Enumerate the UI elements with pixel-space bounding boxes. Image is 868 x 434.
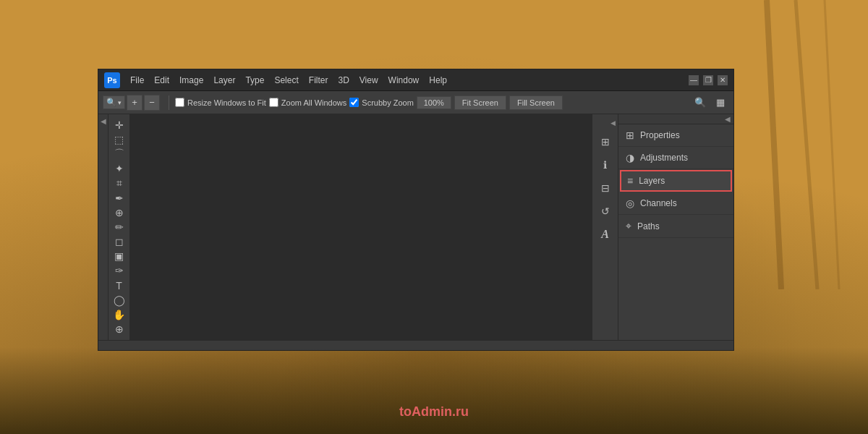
hand-tool[interactable]: ✋ [110, 308, 129, 321]
menu-file[interactable]: File [126, 73, 148, 88]
panel-item-layers[interactable]: ≡ Layers [620, 170, 732, 192]
status-bar [98, 340, 733, 350]
svg-line-2 [825, 0, 839, 289]
eyedropper-tool[interactable]: ✒ [110, 192, 129, 205]
panel-item-properties[interactable]: ⊞ Properties [618, 124, 733, 147]
options-bar-right: 🔍 ▦ [692, 94, 729, 111]
zoom-group: 🔍 ▾ + − [103, 95, 160, 111]
panel-item-paths[interactable]: ⌖ Paths [618, 215, 733, 238]
svg-line-1 [796, 0, 817, 289]
window-controls: — ❐ ✕ [689, 75, 728, 85]
scrubby-zoom-checkbox[interactable] [349, 98, 359, 107]
collapse-left-icon: ◀ [101, 117, 106, 125]
watermark: toAdmin.ru [399, 404, 469, 420]
zoom-all-windows-checkbox[interactable] [269, 98, 278, 107]
panels-column: ◀ ⊞ Properties ◑ Adjustments ≡ Layers ◎ … [618, 114, 733, 340]
zoom-canvas-tool[interactable]: ⊕ [110, 323, 129, 336]
left-panel-collapse[interactable]: ◀ [98, 114, 109, 340]
svg-line-0 [767, 0, 781, 289]
options-bar: 🔍 ▾ + − Resize Windows to Fit Zoom All W… [98, 91, 733, 114]
adjustments-panel-label: Adjustments [640, 153, 688, 163]
fit-screen-button[interactable]: Fit Screen [454, 95, 506, 110]
zoom-magnifier-icon: 🔍 [106, 98, 116, 107]
restore-button[interactable]: ❐ [703, 75, 713, 85]
menu-3d[interactable]: 3D [333, 73, 353, 88]
properties-panel-icon: ⊞ [626, 129, 634, 141]
eraser-tool[interactable]: ◻ [110, 235, 129, 248]
brush-tool[interactable]: ✏ [110, 221, 129, 234]
layout-button[interactable]: ▦ [712, 94, 729, 111]
zoom-in-button[interactable]: + [127, 95, 142, 111]
search-button[interactable]: 🔍 [692, 94, 709, 111]
zoom-out-button[interactable]: − [144, 95, 160, 111]
menu-bar: File Edit Image Layer Type Select Filter… [126, 73, 689, 88]
crop-tool[interactable]: ⌗ [110, 177, 129, 190]
properties-rail-button[interactable]: ⊞ [595, 132, 616, 152]
text-rail-button[interactable]: A [595, 224, 616, 244]
icon-rail: ◀ ⊞ ℹ ⊟ ↺ A [592, 114, 618, 340]
title-bar: Ps File Edit Image Layer Type Select Fil… [98, 69, 733, 91]
lasso-tool[interactable]: ⌒ [110, 148, 129, 161]
menu-edit[interactable]: Edit [150, 73, 174, 88]
text-tool[interactable]: T [110, 279, 129, 292]
tools-panel: ✛ ⬚ ⌒ ✦ ⌗ ✒ ⊕ ✏ ◻ ▣ ✑ T ◯ ✋ ⊕ [109, 114, 130, 340]
selection-tool[interactable]: ⬚ [110, 133, 129, 146]
channels-panel-icon: ◎ [626, 197, 634, 209]
zoom-all-windows-checkbox-label[interactable]: Zoom All Windows [269, 98, 346, 107]
menu-image[interactable]: Image [175, 73, 208, 88]
properties-panel-label: Properties [640, 130, 680, 140]
scrubby-zoom-checkbox-label[interactable]: Scrubby Zoom [349, 98, 414, 107]
move-tool[interactable]: ✛ [110, 119, 129, 132]
collapse-right-icon: ◀ [725, 115, 731, 123]
close-button[interactable]: ✕ [718, 75, 728, 85]
zoom-all-windows-label: Zoom All Windows [281, 98, 346, 107]
resize-windows-checkbox[interactable] [175, 98, 184, 107]
zoom-tool-dropdown[interactable]: 🔍 ▾ [103, 95, 125, 109]
menu-help[interactable]: Help [425, 73, 451, 88]
menu-select[interactable]: Select [270, 73, 302, 88]
workspace: ◀ ✛ ⬚ ⌒ ✦ ⌗ ✒ ⊕ ✏ ◻ ▣ ✑ T ◯ ✋ ⊕ ◀ [98, 114, 733, 340]
right-panel-collapse[interactable]: ◀ [595, 119, 616, 127]
ps-logo: Ps [104, 72, 120, 88]
zoom-dropdown-arrow: ▾ [118, 99, 122, 106]
right-panel-wrapper: ◀ ⊞ ℹ ⊟ ↺ A ◀ ⊞ Properties ◑ Adjustments [592, 114, 733, 340]
panels-collapse-right[interactable]: ◀ [618, 114, 733, 124]
channels-panel-label: Channels [640, 198, 677, 208]
menu-type[interactable]: Type [241, 73, 268, 88]
minimize-button[interactable]: — [689, 75, 699, 85]
scrubby-zoom-label: Scrubby Zoom [362, 98, 414, 107]
channels-rail-button[interactable]: ⊟ [595, 178, 616, 198]
menu-view[interactable]: View [355, 73, 383, 88]
shape-tool[interactable]: ◯ [110, 294, 129, 307]
gradient-tool[interactable]: ▣ [110, 250, 129, 263]
adjustments-panel-icon: ◑ [626, 152, 634, 163]
canvas-area [130, 114, 592, 340]
paths-panel-icon: ⌖ [626, 220, 631, 232]
plant-silhouette [0, 347, 868, 434]
paths-panel-label: Paths [637, 221, 660, 231]
layers-panel-icon: ≡ [627, 175, 633, 187]
history-rail-button[interactable]: ↺ [595, 201, 616, 221]
wall-shadow [723, 0, 868, 289]
resize-windows-checkbox-label[interactable]: Resize Windows to Fit [175, 98, 266, 107]
panel-item-adjustments[interactable]: ◑ Adjustments [618, 147, 733, 169]
layers-panel-label: Layers [639, 176, 665, 186]
separator-1 [169, 95, 169, 110]
fill-screen-button[interactable]: Fill Screen [509, 95, 563, 110]
menu-filter[interactable]: Filter [305, 73, 333, 88]
pen-tool[interactable]: ✑ [110, 264, 129, 277]
ps-window: Ps File Edit Image Layer Type Select Fil… [98, 69, 734, 351]
healing-tool[interactable]: ⊕ [110, 206, 129, 219]
info-rail-button[interactable]: ℹ [595, 155, 616, 175]
panel-item-channels[interactable]: ◎ Channels [618, 192, 733, 215]
menu-layer[interactable]: Layer [209, 73, 239, 88]
resize-windows-label: Resize Windows to Fit [187, 98, 266, 107]
zoom-percent-input[interactable] [417, 96, 451, 109]
magic-wand-tool[interactable]: ✦ [110, 162, 129, 175]
menu-window[interactable]: Window [384, 73, 424, 88]
